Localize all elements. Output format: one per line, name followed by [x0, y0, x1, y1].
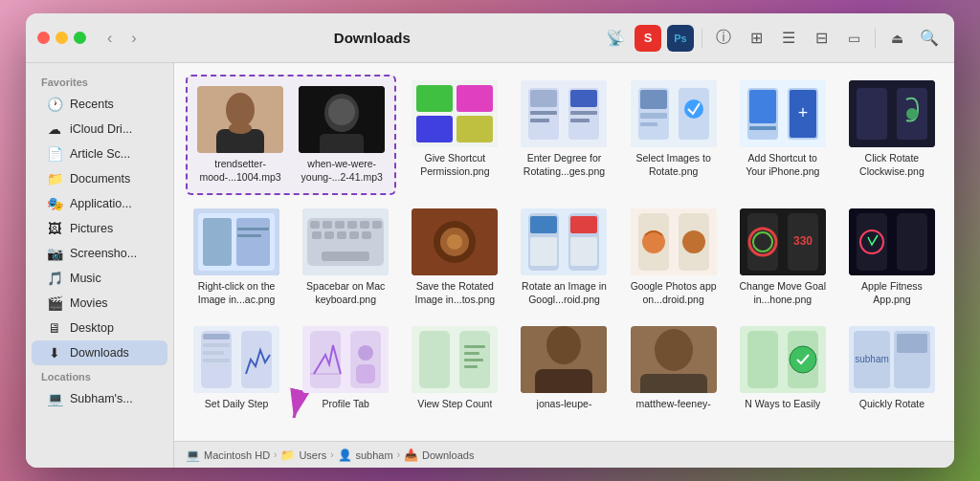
file-thumbnail — [197, 86, 283, 153]
toolbar-icons: 📡 S Ps ⓘ ⊞ ☰ ⊟ ▭ ⏏ 🔍 — [602, 25, 943, 52]
icon-view-button[interactable]: ⊞ — [743, 25, 769, 52]
file-name: Add Shortcut to Your iPhone.png — [737, 152, 828, 178]
gallery-view-button[interactable]: ▭ — [840, 25, 867, 52]
file-thumbnail: subham — [849, 326, 935, 393]
svg-rect-51 — [335, 221, 345, 229]
recents-icon: 🕐 — [47, 97, 62, 112]
svg-rect-38 — [857, 88, 887, 140]
close-button[interactable] — [37, 32, 50, 44]
svg-text:+: + — [798, 103, 809, 122]
sidebar-item-desktop[interactable]: 🖥 Desktop — [32, 316, 167, 340]
sidebar: Favorites 🕐 Recents ☁ iCloud Dri... 📄 Ar… — [26, 63, 174, 468]
svg-rect-104 — [464, 352, 479, 355]
svg-rect-54 — [372, 221, 382, 229]
photoshop-icon[interactable]: Ps — [667, 25, 694, 52]
list-view-button[interactable]: ☰ — [775, 25, 802, 52]
sidebar-item-movies[interactable]: 🎬 Movies — [32, 291, 167, 316]
svg-rect-20 — [570, 90, 597, 107]
file-thumbnail — [302, 326, 389, 393]
list-item[interactable]: Spacebar on Mac keyboard.png — [295, 203, 396, 312]
breadcrumb-users[interactable]: 📁 Users — [280, 448, 326, 462]
list-item[interactable]: Google Photos app on...droid.png — [623, 203, 724, 312]
toolbar-separator — [702, 29, 702, 48]
svg-point-76 — [682, 230, 705, 253]
sidebar-item-screenshots-label: Screensho... — [70, 247, 137, 260]
breadcrumb-downloads[interactable]: 📥 Downloads — [404, 448, 474, 462]
sidebar-item-recents[interactable]: 🕐 Recents — [32, 92, 167, 117]
svg-point-40 — [906, 108, 918, 120]
svg-point-64 — [447, 234, 462, 250]
list-item[interactable]: when-we-were-young-...2-41.mp3 — [293, 80, 390, 189]
svg-rect-11 — [457, 85, 493, 112]
list-item[interactable]: Enter Degree for Rotating...ges.png — [513, 75, 614, 195]
list-item[interactable]: Rotate an Image in Googl...roid.png — [513, 203, 614, 312]
back-button[interactable]: ‹ — [101, 26, 118, 51]
file-name: when-we-were-young-...2-41.mp3 — [297, 158, 387, 184]
svg-rect-49 — [310, 221, 320, 229]
svg-rect-92 — [203, 359, 230, 362]
svg-rect-27 — [640, 122, 657, 126]
breadcrumb-separator: › — [274, 449, 277, 460]
eject-icon[interactable]: ⏏ — [883, 25, 910, 52]
column-view-button[interactable]: ⊟ — [808, 25, 835, 52]
minimize-button[interactable] — [56, 32, 68, 44]
svg-point-112 — [655, 329, 693, 371]
sidebar-item-icloud[interactable]: ☁ iCloud Dri... — [32, 117, 167, 142]
search-icon[interactable]: 🔍 — [916, 25, 943, 52]
svg-rect-26 — [640, 113, 667, 119]
list-item[interactable]: Give Shortcut Permission.png — [404, 75, 505, 195]
forward-button[interactable]: › — [125, 26, 142, 51]
list-item[interactable]: Select Images to Rotate.png — [623, 75, 724, 195]
sidebar-item-article-label: Article Sc... — [70, 147, 130, 161]
svg-rect-115 — [747, 331, 778, 388]
list-item[interactable]: matthew-feeney- — [623, 320, 724, 417]
list-item[interactable]: Apple Fitness App.png — [841, 203, 943, 312]
maximize-button[interactable] — [74, 32, 86, 44]
sidebar-item-article[interactable]: 📄 Article Sc... — [32, 142, 167, 166]
list-item[interactable]: trendsetter-mood-...1004.mp3 — [191, 80, 289, 189]
airplay-icon[interactable]: 📡 — [602, 25, 629, 52]
downloads-folder-icon: 📥 — [404, 448, 418, 462]
sidebar-item-documents[interactable]: 📁 Documents — [32, 166, 167, 191]
downloads-icon: ⬇ — [47, 345, 62, 361]
article-icon: 📄 — [47, 146, 62, 162]
breadcrumb-subham[interactable]: 👤 subham — [338, 448, 393, 462]
list-item[interactable]: Profile Tab — [295, 320, 396, 417]
svg-rect-16 — [530, 90, 557, 107]
favorites-label: Favorites — [26, 71, 173, 92]
scrobbles-icon[interactable]: S — [635, 25, 661, 52]
sidebar-item-screenshots[interactable]: 📷 Screensho... — [32, 241, 167, 266]
list-item[interactable]: Click Rotate Clockwise.png — [841, 75, 943, 195]
list-item[interactable]: 330 Change Move Goal in...hone.png — [732, 203, 834, 312]
svg-rect-106 — [464, 365, 478, 368]
list-item[interactable]: + Add Shortcut to Your iPhone.png — [732, 75, 834, 195]
sidebar-item-pictures[interactable]: 🖼 Pictures — [32, 216, 167, 241]
list-item[interactable]: Save the Rotated Image in...tos.png — [404, 203, 505, 312]
icloud-icon: ☁ — [47, 121, 62, 137]
toolbar-separator-2 — [875, 29, 876, 48]
sidebar-item-downloads[interactable]: ⬇ Downloads — [32, 340, 167, 365]
file-thumbnail — [299, 86, 385, 153]
desktop-icon: 🖥 — [47, 320, 62, 336]
breadcrumb-macintosh[interactable]: 💻 Macintosh HD — [186, 448, 270, 462]
svg-rect-89 — [203, 334, 230, 339]
list-item[interactable]: N Ways to Easily — [732, 320, 834, 417]
file-thumbnail — [740, 326, 826, 393]
svg-rect-122 — [897, 334, 927, 353]
list-item[interactable]: Set Daily Step — [186, 320, 287, 417]
list-item[interactable]: Right-click on the Image in...ac.png — [186, 203, 287, 312]
list-item[interactable]: View Step Count — [404, 320, 505, 417]
sidebar-item-subham[interactable]: 💻 Subham's... — [32, 386, 167, 411]
svg-point-117 — [790, 346, 816, 373]
music-icon: 🎵 — [47, 271, 62, 286]
info-icon[interactable]: ⓘ — [710, 25, 737, 52]
sidebar-item-music[interactable]: 🎵 Music — [32, 266, 167, 291]
list-item[interactable]: subham Quickly Rotate — [841, 320, 943, 417]
file-thumbnail — [521, 326, 607, 393]
svg-rect-59 — [362, 231, 371, 239]
list-item[interactable]: jonas-leupe- — [513, 320, 614, 417]
sidebar-item-applications[interactable]: 🎭 Applicatio... — [32, 191, 167, 216]
file-name: Rotate an Image in Googl...roid.png — [519, 280, 610, 306]
file-thumbnail — [631, 208, 717, 275]
file-thumbnail — [631, 326, 717, 393]
